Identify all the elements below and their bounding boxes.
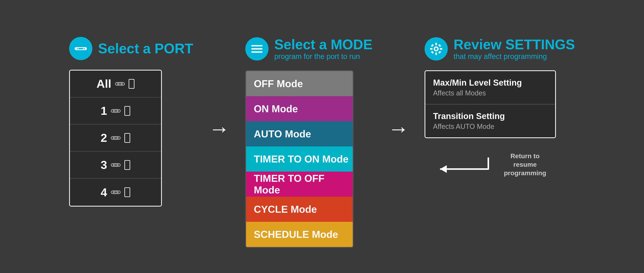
arrow-2: → [388,118,409,139]
port-icon-3 [111,160,120,170]
port-item-all[interactable]: All [70,70,161,98]
port-connector-icon-4 [111,188,120,197]
main-container: Select a PORT All 1 [22,25,622,248]
section-mode-titles: Select a MODE program for the port to ru… [274,37,372,60]
port-list: All 1 [69,70,162,206]
mode-label-timer-on: TIMER TO ON Mode [254,153,348,165]
section-settings-subtitle: that may affect programming [454,52,575,61]
port-label-2: 2 [101,131,107,144]
svg-point-15 [117,138,118,138]
section-settings-titles: Review SETTINGS that may affect programm… [454,37,575,60]
port-item-2[interactable]: 2 [70,124,161,152]
settings-transition-sub: Affects AUTO Mode [433,122,548,130]
arrow-2-container: → [388,37,409,139]
svg-rect-25 [251,48,262,50]
port-label-4: 4 [101,186,107,199]
return-area: Return to resumeprogramming [424,154,556,177]
svg-rect-31 [430,48,433,50]
gear-icon [430,42,443,56]
svg-point-19 [117,164,118,166]
svg-point-18 [114,164,114,166]
section-mode-subtitle: program for the port to run [274,52,372,61]
svg-rect-30 [436,52,437,55]
svg-rect-29 [436,43,437,45]
svg-rect-20 [111,191,120,194]
svg-rect-34 [438,44,441,47]
svg-rect-36 [438,51,441,54]
svg-marker-37 [440,165,447,173]
port-icon [74,42,88,55]
arrow-1: → [208,118,230,139]
mode-item-cycle[interactable]: CYCLE Mode [246,197,353,222]
settings-transition-title: Transition Setting [433,111,548,121]
section-port-header: Select a PORT [69,37,193,60]
settings-item-maxmin: Max/Min Level Setting Affects all Modes [425,71,555,104]
mode-label-timer-off: TIMER TO OFF Mode [254,172,353,196]
svg-rect-16 [111,164,120,166]
svg-rect-12 [111,136,120,139]
mode-label-on: ON Mode [254,103,298,114]
port-icon-4 [111,188,120,197]
arrow-1-container: → [208,37,230,139]
port-item-3[interactable]: 3 [70,152,161,179]
return-label: Return to resumeprogramming [498,152,552,177]
settings-maxmin-sub: Affects all Modes [433,89,548,97]
settings-box: Max/Min Level Setting Affects all Modes … [424,70,556,138]
port-connector-icon [115,79,125,89]
port-plug-2 [124,133,130,143]
mode-list: OFF Mode ON Mode AUTO Mode TIMER TO ON M… [245,70,354,248]
settings-icon-circle [424,37,448,60]
port-icon-circle [69,37,92,60]
mode-item-schedule[interactable]: SCHEDULE Mode [246,222,353,247]
mode-item-off[interactable]: OFF Mode [246,71,353,96]
mode-item-timer-off[interactable]: TIMER TO OFF Mode [246,172,353,197]
section-port: Select a PORT All 1 [69,37,193,206]
svg-rect-4 [115,82,124,85]
port-icon-1 [111,106,120,116]
port-item-1[interactable]: 1 [70,98,161,124]
svg-rect-26 [251,51,262,52]
svg-point-3 [83,48,84,49]
port-item-4[interactable]: 4 [70,179,161,206]
section-port-title: Select a PORT [98,41,193,56]
section-mode-header: Select a MODE program for the port to ru… [245,37,372,60]
svg-point-23 [117,192,118,193]
port-connector-icon-1 [111,106,120,116]
mode-label-auto: AUTO Mode [254,128,311,140]
svg-point-28 [435,48,438,50]
port-label-all: All [96,77,111,90]
svg-rect-8 [111,109,120,112]
mode-label-off: OFF Mode [254,78,303,90]
svg-point-6 [118,84,118,84]
port-plug-all [129,79,134,89]
port-plug-3 [124,160,130,170]
mode-item-timer-on[interactable]: TIMER TO ON Mode [246,146,353,172]
settings-maxmin-title: Max/Min Level Setting [433,78,548,88]
section-mode: Select a MODE program for the port to ru… [245,37,372,248]
section-settings-title: Review SETTINGS [454,37,575,52]
mode-label-schedule: SCHEDULE Mode [254,228,338,240]
section-settings: Review SETTINGS that may affect programm… [424,37,575,176]
port-connector-icon-2 [111,133,120,143]
port-label-3: 3 [101,158,107,172]
mode-item-on[interactable]: ON Mode [246,96,353,121]
mode-item-auto[interactable]: AUTO Mode [246,121,353,146]
section-mode-title: Select a MODE [274,37,372,52]
port-icon-all [115,79,125,89]
menu-icon [250,42,264,56]
svg-point-2 [78,48,78,49]
section-port-titles: Select a PORT [98,41,193,56]
port-icon-2 [111,133,120,143]
port-plug-4 [124,188,130,197]
svg-point-7 [121,84,122,84]
settings-item-transition: Transition Setting Affects AUTO Mode [425,104,555,137]
section-settings-header: Review SETTINGS that may affect programm… [424,37,575,60]
svg-point-11 [117,110,118,111]
svg-point-10 [114,110,114,111]
svg-rect-35 [431,51,434,54]
mode-label-cycle: CYCLE Mode [254,204,317,215]
svg-rect-24 [251,45,262,46]
svg-point-22 [114,192,114,193]
svg-rect-33 [431,44,434,47]
port-label-1: 1 [101,104,107,118]
